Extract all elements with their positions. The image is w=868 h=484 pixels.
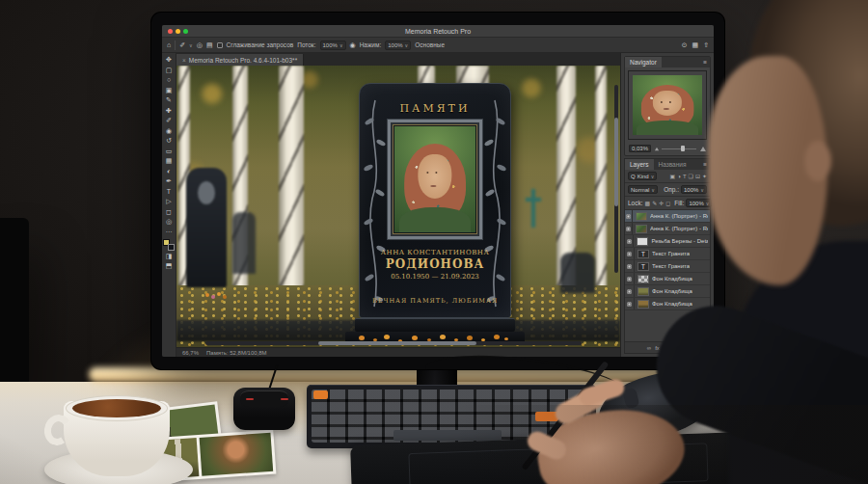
desk-shadow xyxy=(453,405,868,484)
pin-icon[interactable]: ✦ xyxy=(702,174,707,179)
healing-brush-tool[interactable]: ✚ xyxy=(166,106,172,116)
green-coat xyxy=(399,207,471,232)
lock-option-icon[interactable]: ✎ xyxy=(652,201,657,206)
document-tab[interactable]: × Memoria Retouch Pro. 4.6.4-101-b03** xyxy=(176,54,304,66)
lock-option-icon[interactable]: ◻ xyxy=(665,201,670,206)
layer-visibility-toggle[interactable] xyxy=(625,260,635,272)
more-tools[interactable]: ⋯ xyxy=(166,228,173,237)
path-select-tool[interactable]: ▷ xyxy=(166,197,171,206)
vertical-scrollbar[interactable] xyxy=(614,85,618,273)
layers-footer-icon[interactable]: ∞ xyxy=(647,345,651,351)
crop-tool[interactable]: ▣ xyxy=(166,86,173,95)
filter-icon[interactable]: T xyxy=(683,174,687,179)
green-coat xyxy=(637,121,697,135)
navigator-preview[interactable] xyxy=(628,70,707,140)
lock-option-icon[interactable]: ✛ xyxy=(659,201,664,206)
marquee-tool[interactable]: ▢ xyxy=(166,66,173,75)
shape-tool[interactable]: ◻ xyxy=(166,207,172,217)
scrollbar-thumb[interactable] xyxy=(614,118,618,206)
clone-stamp-tool[interactable]: ◉ xyxy=(166,126,172,136)
layer-thumbnail[interactable] xyxy=(637,237,648,246)
zoom-out-mountain-icon[interactable] xyxy=(655,148,659,151)
flowers xyxy=(205,293,209,297)
layer-visibility-toggle[interactable] xyxy=(625,248,635,259)
layer-thumbnail[interactable] xyxy=(637,262,649,271)
navigator-zoom-field[interactable]: 0,03% xyxy=(629,145,651,152)
layer-thumbnail[interactable] xyxy=(637,275,649,283)
zoom-tool[interactable]: ◎ xyxy=(166,217,172,227)
type-tool[interactable]: T xyxy=(167,187,171,197)
layer-row[interactable]: Резьба Березы - Detail xyxy=(625,235,710,248)
layer-row[interactable]: Фон Кладбища xyxy=(625,273,710,285)
layer-row[interactable]: Анна К. (Портрет) - Retouch xyxy=(625,210,710,223)
lock-option-icon[interactable]: ▩ xyxy=(645,201,651,206)
layer-thumbnail[interactable] xyxy=(637,250,649,258)
lasso-tool[interactable]: ○ xyxy=(167,75,171,85)
panel-icon[interactable]: ▦ xyxy=(692,41,699,48)
opacity-dropdown[interactable]: 100% ∨ xyxy=(681,185,707,194)
tab-secondary[interactable]: Названия xyxy=(654,159,692,170)
home-icon[interactable]: ⌂ xyxy=(167,41,171,48)
filter-icon[interactable]: ⊡ xyxy=(695,174,700,179)
layer-visibility-toggle[interactable] xyxy=(625,285,635,297)
smoothing-checkbox[interactable] xyxy=(217,42,223,48)
pressure-value-dropdown[interactable]: 100% ∨ xyxy=(385,40,411,50)
brush-tool[interactable]: ✐ xyxy=(166,116,172,125)
close-tab-icon[interactable]: × xyxy=(182,57,186,64)
chevron-down-icon[interactable]: ∨ xyxy=(189,42,193,48)
horizontal-scrollbar[interactable] xyxy=(205,341,582,345)
color-swatches[interactable] xyxy=(163,239,175,251)
tab-navigator[interactable]: Navigator xyxy=(625,57,662,67)
layer-thumbnail[interactable] xyxy=(636,225,647,233)
brush-target-icon[interactable]: ◎ xyxy=(197,41,203,48)
layer-name: Резьба Березы - Detail xyxy=(651,238,708,244)
dodge-tool[interactable]: ◐ xyxy=(167,167,171,176)
layer-thumbnail[interactable] xyxy=(637,287,649,296)
blend-mode-dropdown[interactable]: Normal ∨ xyxy=(628,185,658,194)
quick-mask-toggle[interactable]: ◨ xyxy=(166,252,173,261)
move-tool[interactable]: ✥ xyxy=(166,55,172,65)
filter-icon[interactable]: ▣ xyxy=(670,174,676,179)
eye-icon xyxy=(627,277,632,282)
clone-source-icon[interactable]: ▤ xyxy=(206,41,213,48)
pen-tool[interactable]: ✒ xyxy=(166,176,172,186)
layer-visibility-toggle[interactable] xyxy=(625,298,635,309)
layer-visibility-toggle[interactable] xyxy=(625,235,634,247)
layer-row[interactable]: Анна К. (Портрет) - Retouch xyxy=(625,223,710,235)
tab-layers[interactable]: Layers xyxy=(625,159,654,170)
eyedropper-tool[interactable]: ✎ xyxy=(166,95,172,105)
filter-icon[interactable]: ◑ xyxy=(677,174,681,179)
slider-thumb[interactable] xyxy=(681,146,685,151)
layer-row[interactable]: Текст Гранита xyxy=(625,248,710,260)
layers-panel-header: Layers Названия ≡ xyxy=(625,159,710,170)
screen-mode-toggle[interactable]: ⬒ xyxy=(166,261,173,271)
eraser-tool[interactable]: ▭ xyxy=(166,147,173,156)
history-brush-tool[interactable]: ↺ xyxy=(166,136,172,146)
layer-row[interactable]: Фон Кладбища xyxy=(625,285,710,298)
layer-thumbnail[interactable] xyxy=(636,212,647,221)
panel-header-icons: ⊙▦⇧ xyxy=(682,41,709,48)
puck-top xyxy=(240,390,288,407)
zoom-level[interactable]: 66,7% xyxy=(182,350,199,356)
zoom-in-mountain-icon[interactable] xyxy=(700,147,706,151)
gradient-tool[interactable]: ▦ xyxy=(166,156,173,166)
layer-thumbnail[interactable] xyxy=(637,300,649,309)
layer-visibility-toggle[interactable] xyxy=(625,223,633,234)
filter-icon[interactable]: ❏ xyxy=(689,174,693,179)
scrollbar-thumb[interactable] xyxy=(318,341,476,345)
brush-preset-icon[interactable]: ✐ xyxy=(179,41,185,48)
filter-type-dropdown[interactable]: Q Kind ∨ xyxy=(628,172,657,180)
canvas[interactable]: ПАМЯТИ АННА КОНСТАНТИНОВНА РОДИОНОВА xyxy=(176,66,620,347)
layer-row[interactable]: Текст Гранита xyxy=(625,260,710,273)
flow-value-dropdown[interactable]: 100% ∨ xyxy=(320,40,346,50)
airbrush-icon[interactable]: ◉ xyxy=(350,41,356,48)
layer-visibility-toggle[interactable] xyxy=(625,210,633,222)
layer-visibility-toggle[interactable] xyxy=(625,273,635,284)
navigator-zoom-slider[interactable] xyxy=(654,145,706,152)
layer-name: Фон Кладбища xyxy=(652,276,692,282)
memory-usage: Память: 52,8М/100,8М xyxy=(206,350,267,356)
panel-icon[interactable]: ⊙ xyxy=(682,41,688,48)
background-color-swatch[interactable] xyxy=(168,244,175,251)
background-cross xyxy=(531,189,535,228)
person-head xyxy=(708,0,868,372)
